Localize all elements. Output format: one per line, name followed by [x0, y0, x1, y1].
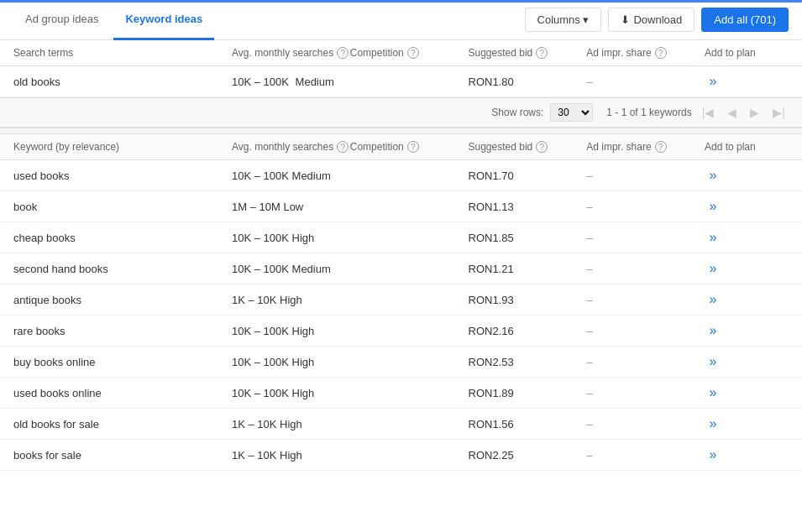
keyword-add-icon[interactable]: » — [705, 322, 721, 339]
keyword-row: old books for sale 1K – 10K High RON1.56… — [0, 409, 802, 440]
keyword-rows-container: used books 10K – 100K Medium RON1.70 – »… — [0, 160, 802, 471]
keyword-add[interactable]: » — [705, 446, 789, 463]
keyword-ad-impr: – — [586, 170, 705, 182]
keyword-bid: RON1.89 — [469, 387, 587, 399]
keyword-name: used books — [13, 170, 232, 182]
keyword-ad-impr: – — [586, 356, 705, 368]
keyword-bid: RON2.16 — [469, 325, 587, 337]
download-icon: ⬇ — [621, 13, 630, 26]
keyword-bid: RON1.21 — [469, 263, 587, 275]
search-terms-header: Search terms Avg. monthly searches ? Com… — [0, 40, 802, 66]
keyword-add[interactable]: » — [705, 353, 789, 370]
keyword-name: books for sale — [13, 449, 232, 462]
keyword-add-icon[interactable]: » — [705, 446, 721, 463]
keyword-row: used books online 10K – 100K High RON1.8… — [0, 378, 802, 409]
keyword-name: antique books — [13, 294, 232, 306]
keyword-col5: Ad impr. share ? — [586, 141, 705, 153]
keyword-add-icon[interactable]: » — [705, 353, 721, 370]
search-terms-col1: Search terms — [13, 47, 232, 59]
keyword-monthly: 1M – 10M Low — [232, 201, 350, 213]
keyword-bid: RON2.53 — [469, 356, 587, 368]
keyword-ad-impr: – — [586, 201, 705, 213]
last-page-button[interactable]: ▶| — [769, 104, 789, 121]
keyword-name: book — [13, 201, 232, 213]
keyword-ad-impr: – — [586, 294, 705, 306]
avg-monthly-help-icon[interactable]: ? — [337, 47, 349, 59]
search-term-add-icon[interactable]: » — [705, 73, 721, 90]
keyword-competition-help-icon[interactable]: ? — [407, 141, 419, 153]
keyword-add[interactable]: » — [705, 322, 789, 339]
rows-select[interactable]: 30 50 100 — [550, 103, 593, 122]
keyword-bid: RON1.85 — [469, 232, 587, 244]
keyword-add[interactable]: » — [705, 229, 789, 246]
search-term-monthly: 10K – 100K Medium — [232, 76, 350, 88]
keyword-add[interactable]: » — [705, 198, 789, 215]
keyword-add[interactable]: » — [705, 260, 789, 277]
keyword-ad-impr: – — [586, 325, 705, 337]
keyword-row: second hand books 10K – 100K Medium RON1… — [0, 253, 802, 284]
keyword-add[interactable]: » — [705, 167, 789, 184]
tab-keyword-ideas[interactable]: Keyword ideas — [113, 0, 214, 40]
keyword-bid: RON1.93 — [469, 294, 587, 306]
keyword-ideas-header: Keyword (by relevance) Avg. monthly sear… — [0, 134, 802, 160]
top-bar-actions: Columns ▾ ⬇ Download Add all (701) — [525, 8, 789, 32]
keyword-name: old books for sale — [13, 418, 232, 430]
keyword-col3: Competition ? — [350, 141, 469, 153]
keyword-monthly: 1K – 10K High — [232, 449, 350, 462]
keyword-add-icon[interactable]: » — [705, 167, 721, 184]
keyword-monthly: 10K – 100K Medium — [232, 170, 350, 182]
search-term-add[interactable]: » — [705, 73, 789, 90]
search-terms-col5: Ad impr. share ? — [586, 47, 705, 59]
search-term-ad-impr: – — [586, 76, 705, 88]
search-terms-col4: Suggested bid ? — [469, 47, 587, 59]
keyword-row: buy books online 10K – 100K High RON2.53… — [0, 347, 802, 378]
prev-page-button[interactable]: ◀ — [724, 104, 740, 121]
page-info: 1 - 1 of 1 keywords — [606, 107, 691, 118]
keyword-row: book 1M – 10M Low RON1.13 – » — [0, 191, 802, 222]
keyword-avg-help-icon[interactable]: ? — [337, 141, 349, 153]
keyword-row: books for sale 1K – 10K High RON2.25 – » — [0, 440, 802, 471]
keyword-add[interactable]: » — [705, 415, 789, 432]
keyword-monthly: 1K – 10K High — [232, 294, 350, 306]
keyword-col1: Keyword (by relevance) — [13, 141, 232, 153]
keyword-add-icon[interactable]: » — [705, 291, 721, 308]
keyword-row: cheap books 10K – 100K High RON1.85 – » — [0, 222, 802, 253]
next-page-button[interactable]: ▶ — [747, 104, 763, 121]
suggested-bid-help-icon[interactable]: ? — [536, 47, 548, 59]
keyword-add-icon[interactable]: » — [705, 260, 721, 277]
keyword-add-icon[interactable]: » — [705, 415, 721, 432]
keyword-name: second hand books — [13, 263, 232, 275]
content-area: Search terms Avg. monthly searches ? Com… — [0, 40, 802, 471]
download-button[interactable]: ⬇ Download — [608, 8, 695, 32]
keyword-ideas-section: Keyword (by relevance) Avg. monthly sear… — [0, 134, 802, 471]
keyword-add-icon[interactable]: » — [705, 229, 721, 246]
add-all-button[interactable]: Add all (701) — [701, 8, 789, 32]
keyword-add[interactable]: » — [705, 384, 789, 401]
keyword-monthly: 10K – 100K High — [232, 325, 350, 337]
search-terms-pagination: Show rows: 30 50 100 1 - 1 of 1 keywords… — [0, 97, 802, 128]
search-terms-row: old books 10K – 100K Medium RON1.80 – » — [0, 66, 802, 97]
search-term-bid: RON1.80 — [469, 76, 587, 88]
keyword-name: buy books online — [13, 356, 232, 368]
competition-help-icon[interactable]: ? — [407, 47, 419, 59]
keyword-add[interactable]: » — [705, 291, 789, 308]
keyword-name: used books online — [13, 387, 232, 399]
top-bar: Ad group ideas Keyword ideas Columns ▾ ⬇… — [0, 0, 802, 40]
keyword-ad-impr: – — [586, 449, 705, 462]
keyword-bid: RON1.56 — [469, 418, 587, 430]
keyword-monthly: 10K – 100K High — [232, 232, 350, 244]
tab-ad-group-ideas[interactable]: Ad group ideas — [13, 0, 110, 40]
keyword-bid-help-icon[interactable]: ? — [536, 141, 548, 153]
keyword-monthly: 10K – 100K High — [232, 387, 350, 399]
keyword-add-icon[interactable]: » — [705, 384, 721, 401]
section-divider — [0, 128, 802, 134]
columns-button[interactable]: Columns ▾ — [525, 8, 602, 32]
keyword-adimpr-help-icon[interactable]: ? — [655, 141, 667, 153]
keyword-row: rare books 10K – 100K High RON2.16 – » — [0, 316, 802, 347]
ad-impr-help-icon[interactable]: ? — [655, 47, 667, 59]
keyword-name: cheap books — [13, 232, 232, 244]
first-page-button[interactable]: |◀ — [699, 104, 718, 121]
keyword-col2: Avg. monthly searches ? — [232, 141, 350, 153]
keyword-add-icon[interactable]: » — [705, 198, 721, 215]
keyword-monthly: 1K – 10K High — [232, 418, 350, 430]
